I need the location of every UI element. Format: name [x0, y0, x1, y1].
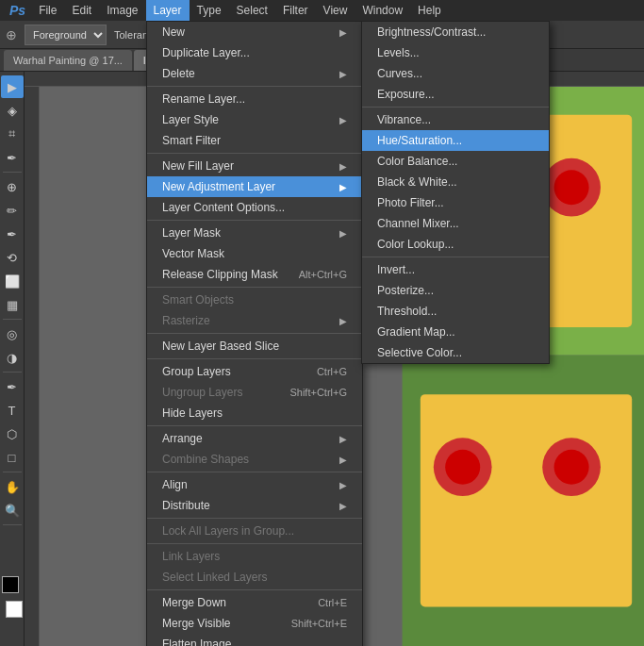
background-color-swatch[interactable]: [6, 601, 23, 618]
tool-eyedropper[interactable]: ✒: [1, 146, 24, 169]
submenu-posterize[interactable]: Posterize...: [362, 280, 549, 301]
submenu-levels[interactable]: Levels...: [362, 42, 549, 63]
menu-item-smartfilter[interactable]: Smart Filter: [147, 130, 362, 151]
tool-options-icon: ⊕: [6, 27, 17, 42]
submenu-huesaturation[interactable]: Hue/Saturation...: [362, 130, 549, 151]
menu-item-contentopt[interactable]: Layer Content Options...: [147, 197, 362, 218]
menu-file[interactable]: File: [31, 0, 64, 21]
svg-point-7: [554, 170, 589, 205]
tool-path[interactable]: ⬡: [1, 422, 24, 445]
menu-help[interactable]: Help: [410, 0, 449, 21]
menu-item-newbasedslice[interactable]: New Layer Based Slice: [147, 336, 362, 356]
separator-9: [147, 518, 362, 519]
tool-zoom[interactable]: 🔍: [1, 499, 24, 522]
tool-gradient[interactable]: ▦: [1, 293, 24, 316]
menu-item-releaseclip[interactable]: Release Clipping Mask Alt+Ctrl+G: [147, 264, 362, 285]
menu-item-lockall: Lock All Layers in Group...: [147, 521, 362, 541]
tool-eraser[interactable]: ⬜: [1, 270, 24, 292]
menu-item-distribute[interactable]: Distribute ▶: [147, 495, 362, 516]
menu-item-vectormask[interactable]: Vector Mask: [147, 243, 362, 264]
menu-item-arrange[interactable]: Arrange ▶: [147, 428, 362, 449]
tool-brush[interactable]: ✏: [1, 199, 24, 222]
menu-item-rasterize: Rasterize ▶: [147, 310, 362, 331]
separator-11: [147, 589, 362, 590]
menu-type[interactable]: Type: [190, 0, 229, 21]
submenu-bw[interactable]: Black & White...: [362, 172, 549, 192]
menu-item-flatten[interactable]: Flatten Image: [147, 634, 362, 646]
tool-divider-3: [3, 372, 22, 373]
grouplayers-shortcut: Ctrl+G: [317, 366, 347, 377]
menu-select[interactable]: Select: [229, 0, 275, 21]
menu-item-hidelayers[interactable]: Hide Layers: [147, 403, 362, 423]
ungrouplayers-shortcut: Shift+Ctrl+G: [289, 387, 347, 398]
menu-view[interactable]: View: [316, 0, 355, 21]
submenu-colorlookup[interactable]: Color Lookup...: [362, 234, 549, 255]
menu-item-delete[interactable]: Delete ▶: [147, 63, 362, 84]
submenu-curves[interactable]: Curves...: [362, 63, 549, 84]
svg-rect-8: [421, 394, 632, 606]
menu-edit[interactable]: Edit: [64, 0, 99, 21]
menu-layer[interactable]: Layer: [146, 0, 190, 21]
separator-4: [147, 287, 362, 288]
menu-item-mergedown[interactable]: Merge Down Ctrl+E: [147, 592, 362, 613]
menu-item-ungrouplayers: Ungroup Layers Shift+Ctrl+G: [147, 382, 362, 403]
tool-heal[interactable]: ⊕: [1, 175, 24, 198]
tool-lasso[interactable]: ◈: [1, 99, 24, 122]
tool-select[interactable]: ▶: [1, 75, 24, 98]
releaseclip-shortcut: Alt+Ctrl+G: [299, 269, 347, 280]
submenu-selectivecolor[interactable]: Selective Color...: [362, 342, 549, 363]
menu-item-newfill[interactable]: New Fill Layer ▶: [147, 156, 362, 176]
left-toolbar: ▶ ◈ ⌗ ✒ ⊕ ✏ ✒ ⟲ ⬜ ▦ ◎ ◑ ✒ T ⬡ □ ✋ 🔍: [0, 72, 25, 646]
submenu-exposure[interactable]: Exposure...: [362, 84, 549, 105]
tool-shape[interactable]: □: [1, 446, 24, 469]
menu-item-selectlinked: Select Linked Layers: [147, 567, 362, 588]
tool-text[interactable]: T: [1, 399, 24, 422]
mergedown-shortcut: Ctrl+E: [318, 597, 347, 608]
delete-arrow-icon: ▶: [339, 69, 347, 79]
foreground-select[interactable]: Foreground: [25, 25, 107, 45]
menu-item-newadjustment[interactable]: New Adjustment Layer ▶: [147, 176, 362, 197]
menu-item-layermask[interactable]: Layer Mask ▶: [147, 223, 362, 243]
menu-item-mergevisible[interactable]: Merge Visible Shift+Ctrl+E: [147, 613, 362, 634]
tool-divider-2: [3, 319, 22, 320]
arrange-arrow-icon: ▶: [339, 434, 347, 444]
tab-warhal[interactable]: Warhal Painting @ 17...: [4, 50, 132, 71]
submenu-colorbalance[interactable]: Color Balance...: [362, 151, 549, 172]
tool-blur[interactable]: ◎: [1, 323, 24, 345]
rasterize-arrow-icon: ▶: [339, 316, 347, 326]
menu-item-linklayers: Link Layers: [147, 546, 362, 567]
tool-crop[interactable]: ⌗: [1, 123, 24, 145]
menu-window[interactable]: Window: [355, 0, 410, 21]
svg-point-10: [445, 450, 480, 485]
foreground-color-swatch[interactable]: [2, 576, 19, 593]
submenu-brightness[interactable]: Brightness/Contrast...: [362, 22, 549, 42]
menu-item-rename[interactable]: Rename Layer...: [147, 89, 362, 109]
submenu-gradientmap[interactable]: Gradient Map...: [362, 322, 549, 342]
newfill-arrow-icon: ▶: [339, 161, 347, 172]
tool-hand[interactable]: ✋: [1, 475, 24, 498]
svg-point-12: [554, 450, 589, 485]
tool-history[interactable]: ⟲: [1, 246, 24, 269]
submenu-threshold[interactable]: Threshold...: [362, 301, 549, 322]
menu-item-new[interactable]: New ▶: [147, 22, 362, 42]
tool-dodge[interactable]: ◑: [1, 346, 24, 369]
tool-clone[interactable]: ✒: [1, 223, 24, 245]
menu-item-align[interactable]: Align ▶: [147, 474, 362, 495]
distribute-arrow-icon: ▶: [339, 501, 347, 511]
combineshapes-arrow-icon: ▶: [339, 455, 347, 465]
tool-divider-5: [3, 524, 22, 525]
submenu-invert[interactable]: Invert...: [362, 259, 549, 280]
tool-pen[interactable]: ✒: [1, 375, 24, 398]
separator-6: [147, 358, 362, 359]
new-arrow-icon: ▶: [339, 27, 347, 38]
submenu-channelmixer[interactable]: Channel Mixer...: [362, 213, 549, 234]
menu-item-duplicate[interactable]: Duplicate Layer...: [147, 42, 362, 63]
submenu-vibrance[interactable]: Vibrance...: [362, 109, 549, 130]
menu-item-style[interactable]: Layer Style ▶: [147, 109, 362, 130]
menu-item-grouplayers[interactable]: Group Layers Ctrl+G: [147, 361, 362, 382]
separator-1: [147, 86, 362, 87]
menu-image[interactable]: Image: [99, 0, 145, 21]
menu-filter[interactable]: Filter: [275, 0, 316, 21]
layer-menu: New ▶ Duplicate Layer... Delete ▶ Rename…: [146, 21, 363, 646]
submenu-photofilter[interactable]: Photo Filter...: [362, 192, 549, 213]
